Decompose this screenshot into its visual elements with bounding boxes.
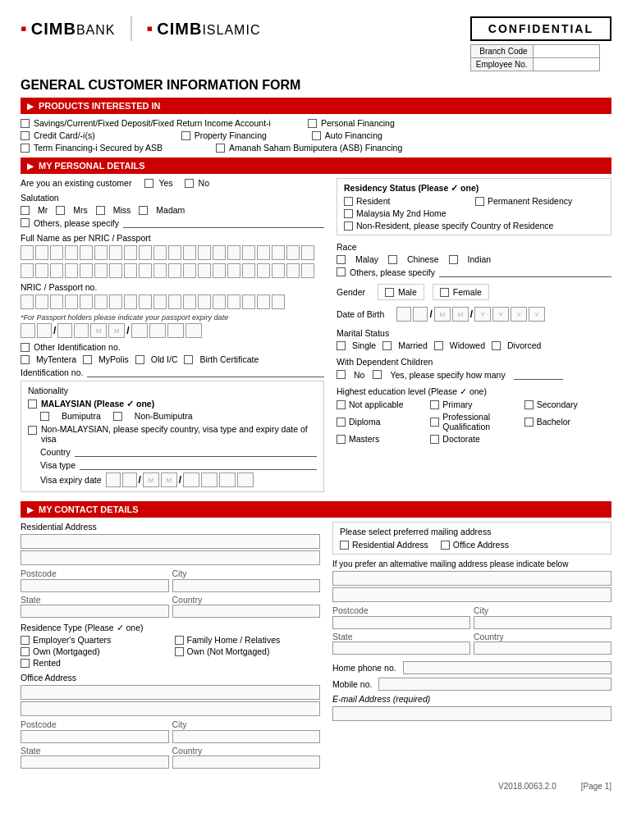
my2ndhome-checkbox[interactable] xyxy=(344,209,353,218)
email-label: E-mail Address (required) xyxy=(332,694,611,704)
others-checkbox[interactable] xyxy=(21,218,30,227)
own-not-mortgaged-checkbox[interactable] xyxy=(175,647,184,656)
id-no-input[interactable] xyxy=(87,367,324,377)
mr-checkbox[interactable] xyxy=(21,206,30,215)
office-state-input[interactable] xyxy=(21,756,169,769)
perm-res-row: Permanent Residency xyxy=(475,196,604,206)
diploma-checkbox[interactable] xyxy=(337,418,346,427)
oldic-checkbox[interactable] xyxy=(135,355,144,364)
office-postcode-city-row xyxy=(21,730,320,743)
own-not-mortgaged-row: Own (Not Mortgaged) xyxy=(175,646,321,656)
yes-checkbox[interactable] xyxy=(144,179,153,188)
female-checkbox[interactable] xyxy=(440,288,449,297)
male-checkbox[interactable] xyxy=(385,288,394,297)
mailing-office-checkbox[interactable] xyxy=(441,541,450,550)
product-checkbox-1[interactable] xyxy=(21,119,30,128)
country-input[interactable] xyxy=(75,446,317,457)
mypolis-checkbox[interactable] xyxy=(83,355,92,364)
mrs-checkbox[interactable] xyxy=(56,206,65,215)
primary-checkbox[interactable] xyxy=(430,400,439,409)
alt-state-input[interactable] xyxy=(332,641,470,655)
malay-checkbox[interactable] xyxy=(337,255,346,264)
own-mortgaged-checkbox[interactable] xyxy=(21,647,30,656)
alt-country-input[interactable] xyxy=(474,641,611,655)
resident-checkbox[interactable] xyxy=(344,197,353,206)
nric-grid xyxy=(21,294,324,309)
office-city-input[interactable] xyxy=(172,730,321,743)
widowed-checkbox[interactable] xyxy=(434,341,443,350)
madam-checkbox[interactable] xyxy=(139,206,148,215)
product-checkbox-personal[interactable] xyxy=(308,119,317,128)
residential-postcode-input[interactable] xyxy=(21,579,169,592)
product-checkbox-asb[interactable] xyxy=(21,144,30,153)
id-no-row: Identification no. xyxy=(21,367,324,377)
office-sc-label-row: State Country xyxy=(21,746,320,756)
dependents-label: With Dependent Children xyxy=(337,357,611,367)
bumiputra-checkbox[interactable] xyxy=(40,412,49,421)
logo-divider xyxy=(131,16,132,41)
non-bumiputra-checkbox[interactable] xyxy=(113,412,122,421)
home-phone-row: Home phone no. xyxy=(332,661,611,674)
home-phone-input[interactable] xyxy=(403,661,611,674)
family-home-checkbox[interactable] xyxy=(175,636,184,645)
residential-city-input[interactable] xyxy=(172,579,321,592)
mailing-residential-checkbox[interactable] xyxy=(340,541,349,550)
secondary-checkbox[interactable] xyxy=(524,400,534,409)
chinese-checkbox[interactable] xyxy=(388,255,397,264)
residential-state-input[interactable] xyxy=(21,605,169,618)
employers-quarters-checkbox[interactable] xyxy=(21,636,30,645)
residential-addr-line2[interactable] xyxy=(21,550,320,565)
yes-dep-checkbox[interactable] xyxy=(373,370,382,379)
prof-qual-checkbox[interactable] xyxy=(430,418,439,427)
no-checkbox[interactable] xyxy=(185,179,194,188)
race-others-input[interactable] xyxy=(439,267,611,277)
race-others-checkbox[interactable] xyxy=(337,267,346,276)
not-applicable-checkbox[interactable] xyxy=(337,400,346,409)
single-checkbox[interactable] xyxy=(337,341,346,350)
residential-country-input[interactable] xyxy=(172,605,321,618)
office-postcode-input[interactable] xyxy=(21,730,169,743)
gender-section: Gender Male Female xyxy=(337,284,611,300)
other-id-checkbox[interactable] xyxy=(21,343,30,352)
employers-quarters-label: Employer's Quarters xyxy=(33,635,111,645)
divorced-checkbox[interactable] xyxy=(492,341,501,350)
doctorate-label: Doctorate xyxy=(442,434,480,444)
office-addr-line1[interactable] xyxy=(21,685,320,700)
malaysian-checkbox[interactable] xyxy=(28,399,37,409)
non-malaysian-checkbox[interactable] xyxy=(28,426,37,435)
office-addr-line2[interactable] xyxy=(21,701,320,716)
residential-addr-line1[interactable] xyxy=(21,534,320,549)
product-checkbox-credit[interactable] xyxy=(21,131,30,140)
passport-expiry-section: *For Passport holders please indicate yo… xyxy=(21,313,324,338)
residential-address-label: Residential Address xyxy=(21,522,320,532)
masters-checkbox[interactable] xyxy=(337,435,346,444)
visa-type-input[interactable] xyxy=(80,459,317,470)
email-input[interactable] xyxy=(332,706,611,721)
alt-addr-line2[interactable] xyxy=(332,587,611,602)
office-country-input[interactable] xyxy=(172,756,321,769)
bachelor-checkbox[interactable] xyxy=(524,418,534,427)
birth-cert-checkbox[interactable] xyxy=(184,355,193,364)
alt-postcode-input[interactable] xyxy=(332,616,470,629)
product-checkbox-property[interactable] xyxy=(181,131,190,140)
married-checkbox[interactable] xyxy=(382,341,392,350)
others-specify-input[interactable] xyxy=(123,217,324,228)
perm-res-checkbox[interactable] xyxy=(475,197,484,206)
indian-checkbox[interactable] xyxy=(449,255,458,264)
product-checkbox-asb2[interactable] xyxy=(216,144,225,153)
alt-city-input[interactable] xyxy=(474,616,611,629)
dep-count-input[interactable] xyxy=(514,369,563,380)
doctorate-checkbox[interactable] xyxy=(430,435,439,444)
rented-checkbox[interactable] xyxy=(21,659,30,668)
alt-addr-line1[interactable] xyxy=(332,571,611,586)
product-label-credit: Credit Card/-i(s) xyxy=(34,130,95,140)
product-label-auto: Auto Financing xyxy=(325,130,382,140)
mytentera-checkbox[interactable] xyxy=(21,355,30,364)
product-item-1: Savings/Current/Fixed Deposit/Fixed Retu… xyxy=(21,118,611,128)
dob-date-grid: / M M / Y Y Y Y xyxy=(396,307,545,322)
mobile-input[interactable] xyxy=(378,678,611,691)
miss-checkbox[interactable] xyxy=(96,206,105,215)
product-checkbox-auto[interactable] xyxy=(312,131,321,140)
no-dep-checkbox[interactable] xyxy=(337,370,346,379)
non-resident-checkbox[interactable] xyxy=(344,221,353,231)
